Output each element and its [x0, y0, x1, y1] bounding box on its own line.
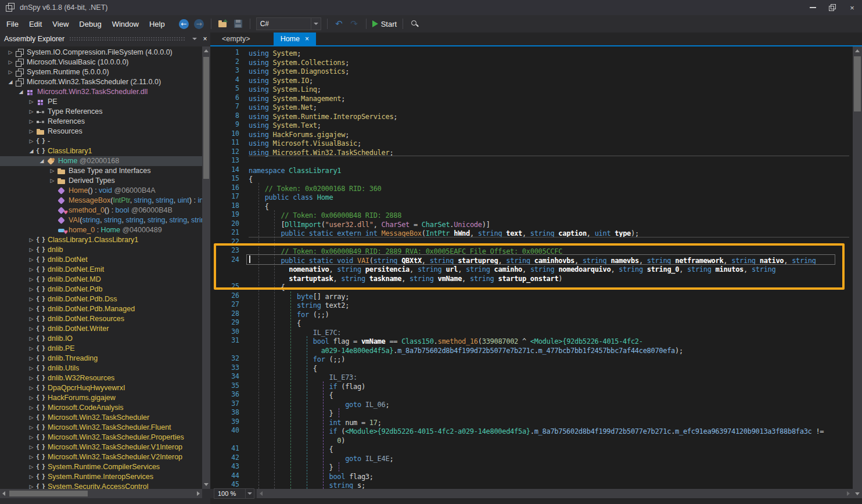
code-line[interactable]: 8using System.Runtime.InteropServices; — [210, 111, 853, 121]
tree-item[interactable]: ▷dnlib.DotNet.Emit — [0, 265, 202, 275]
expand-arrow-icon[interactable]: ▷ — [27, 373, 36, 383]
expand-arrow-icon[interactable]: ▷ — [27, 285, 36, 294]
expand-arrow-icon[interactable]: ▷ — [27, 294, 36, 304]
expand-arrow-icon[interactable]: ▷ — [27, 127, 36, 136]
tree-item[interactable]: ▷System.Runtime.InteropServices — [0, 472, 202, 482]
code-line[interactable]: 4using System.IO; — [210, 75, 853, 85]
code-line[interactable]: 11using Microsoft.VisualBasic; — [210, 138, 853, 147]
expand-arrow-icon[interactable]: ▷ — [27, 117, 36, 127]
zoom-level-select[interactable]: 100 % — [214, 488, 254, 499]
code-line[interactable]: 19 // Token: 0x06000B48 RID: 2888 — [210, 210, 853, 219]
tab-empty[interactable]: <empty> — [215, 33, 257, 45]
tree-item[interactable]: ▷Base Type and Interfaces — [0, 166, 202, 176]
expand-arrow-icon[interactable]: ▷ — [27, 393, 36, 403]
tree-item[interactable]: ▷dnlib.DotNet.Pdb — [0, 285, 202, 294]
tree-item[interactable]: ▷dnlib.Threading — [0, 354, 202, 363]
tree-item[interactable]: ▷System.Runtime (5.0.0.0) — [0, 67, 202, 77]
expand-arrow-icon[interactable]: ▷ — [27, 275, 36, 285]
menu-window[interactable]: Window — [107, 20, 144, 28]
navigate-forward-button[interactable]: → — [193, 18, 205, 30]
expand-arrow-icon[interactable]: ▷ — [27, 433, 36, 442]
code-line[interactable]: 0) — [210, 435, 853, 445]
code-line[interactable]: 25 { — [210, 282, 853, 291]
code-line[interactable]: 35 if (flag) — [210, 381, 853, 391]
expand-arrow-icon[interactable]: ▷ — [27, 344, 36, 354]
expand-arrow-icon[interactable]: ▷ — [27, 255, 36, 265]
code-line[interactable]: 34 IL_E73: — [210, 372, 853, 381]
expand-arrow-icon[interactable]: ▷ — [6, 48, 15, 57]
expand-arrow-icon[interactable]: ▷ — [27, 403, 36, 413]
code-line[interactable]: 22 — [210, 237, 853, 247]
expand-arrow-icon[interactable]: ▷ — [27, 482, 36, 489]
tree-item[interactable]: ▷dnlib.DotNet — [0, 255, 202, 265]
tree-item[interactable]: ▷Microsoft.Win32.TaskScheduler.Propertie… — [0, 433, 202, 442]
scroll-right-icon[interactable] — [197, 491, 200, 496]
code-line[interactable]: 32 for (;;) — [210, 354, 853, 363]
close-button[interactable]: × — [842, 0, 862, 15]
expand-arrow-icon[interactable]: ▷ — [27, 265, 36, 275]
expand-arrow-icon[interactable]: ▷ — [27, 423, 36, 433]
menu-file[interactable]: File — [1, 20, 24, 28]
expand-arrow-icon[interactable]: ▷ — [27, 413, 36, 423]
editor-vertical-scrollbar[interactable] — [853, 46, 862, 498]
tree-item[interactable]: ▷dnlib.DotNet.Pdb.Dss — [0, 294, 202, 304]
tree-item[interactable]: ▷dnlib.DotNet.Pdb.Managed — [0, 304, 202, 314]
tree-item[interactable]: ▷dnlib.W32Resources — [0, 373, 202, 383]
editor-horizontal-scrollbar[interactable] — [257, 489, 853, 498]
save-all-button[interactable] — [232, 18, 244, 30]
tab-home[interactable]: Home× — [274, 33, 316, 45]
scrollbar-thumb[interactable] — [854, 56, 861, 111]
expand-arrow-icon[interactable]: ▷ — [27, 354, 36, 363]
code-line[interactable]: 28 for (;;) — [210, 309, 853, 319]
scrollbar-thumb[interactable] — [203, 57, 209, 179]
code-line[interactable]: 3using System.Diagnostics; — [210, 66, 853, 75]
code-editor[interactable]: 1using System;2using System.Collections;… — [210, 46, 853, 489]
tree-item[interactable]: ▷ClassLibrary1.ClassLibrary1 — [0, 235, 202, 245]
tree-item[interactable]: ▷Derived Types — [0, 176, 202, 186]
expand-arrow-icon[interactable]: ▷ — [27, 97, 36, 107]
expand-arrow-icon[interactable]: ▷ — [27, 324, 36, 334]
tree-item[interactable]: ▷References — [0, 117, 202, 127]
code-line[interactable]: 27 string text2; — [210, 300, 853, 309]
code-line[interactable]: 7using System.Net; — [210, 102, 853, 111]
tree-item[interactable]: ▷Microsoft.Win32.TaskScheduler.Fluent — [0, 423, 202, 433]
code-line[interactable]: 41 { — [210, 444, 853, 453]
search-assemblies-button[interactable] — [409, 18, 421, 30]
panel-close-button[interactable]: × — [200, 34, 210, 44]
code-line[interactable]: 2using System.Collections; — [210, 57, 853, 67]
language-select[interactable]: C# — [256, 17, 321, 30]
scroll-up-icon[interactable] — [855, 49, 860, 52]
collapse-arrow-icon[interactable]: ◢ — [37, 156, 46, 166]
tree-item[interactable]: ◢Microsoft.Win32.TaskScheduler (2.11.0.0… — [0, 77, 202, 87]
code-line[interactable]: 23 // Token: 0x06000B49 RID: 2889 RVA: 0… — [210, 246, 853, 255]
expand-arrow-icon[interactable]: ▷ — [27, 363, 36, 373]
tree-item[interactable]: ▷DpaQpcrHuqHwyvewrxI — [0, 383, 202, 393]
tree-item[interactable]: VAI(string, string, string, string, stri… — [0, 215, 202, 225]
start-debug-button[interactable]: Start — [372, 20, 397, 28]
scroll-down-icon[interactable] — [204, 483, 209, 486]
scrollbar-thumb[interactable] — [9, 491, 88, 496]
tree-item[interactable]: Home() : void @06000B4A — [0, 186, 202, 196]
expand-arrow-icon[interactable]: ▷ — [27, 235, 36, 245]
scroll-down-icon[interactable] — [855, 492, 860, 495]
tree-item[interactable]: ▷Microsoft.Win32.TaskScheduler — [0, 413, 202, 423]
code-line[interactable]: 6using System.Management; — [210, 93, 853, 103]
tree-item[interactable]: ▷PE — [0, 97, 202, 107]
menu-debug[interactable]: Debug — [74, 20, 106, 28]
expand-arrow-icon[interactable]: ▷ — [27, 304, 36, 314]
scroll-up-icon[interactable] — [204, 49, 209, 52]
code-line[interactable]: 31 bool flag = vmName == Class150.smetho… — [210, 336, 853, 345]
tree-item[interactable]: ▷dnlib.Utils — [0, 363, 202, 373]
code-line[interactable]: 20 [DllImport("user32.dll", CharSet = Ch… — [210, 219, 853, 229]
expand-arrow-icon[interactable]: ▷ — [27, 334, 36, 344]
close-tab-icon[interactable]: × — [305, 35, 309, 43]
tree-item[interactable]: ▷Microsoft.Win32.TaskScheduler.V2Interop — [0, 452, 202, 462]
scroll-right-icon[interactable] — [847, 491, 850, 496]
tree-item[interactable]: ▷Resources — [0, 127, 202, 136]
tree-item[interactable]: ▷dnlib — [0, 245, 202, 255]
code-line[interactable]: 21 public static extern int MessageBox(I… — [210, 228, 853, 237]
code-line[interactable]: 12using Microsoft.Win32.TaskScheduler; — [210, 147, 853, 157]
code-line[interactable]: 33 { — [210, 363, 853, 373]
code-line[interactable]: 40 if (<Module>{92db5226-4015-4fc2-a029-… — [210, 426, 853, 435]
expand-arrow-icon[interactable]: ▷ — [6, 67, 15, 77]
